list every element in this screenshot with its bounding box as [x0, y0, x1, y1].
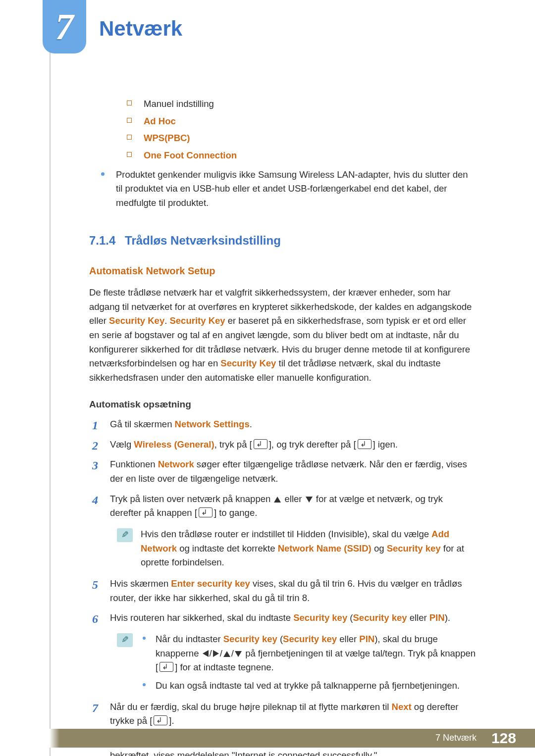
note-icon — [117, 528, 133, 542]
triangle-up-icon — [223, 651, 230, 657]
ordered-steps: Gå til skærmen Network Settings. Vælg Wi… — [89, 417, 476, 756]
list-item-label: One Foot Connection — [144, 150, 237, 160]
enter-icon — [254, 439, 268, 449]
enter-icon — [199, 507, 213, 517]
chapter-badge: 7 — [43, 0, 86, 53]
chapter-title: Netværk — [99, 17, 182, 41]
chapter-header: 7 Netværk — [0, 0, 535, 64]
list-item-label: Manuel indstilling — [144, 99, 214, 109]
enter-icon — [154, 715, 167, 725]
footer-text: 7 Netværk — [435, 733, 477, 743]
note-block: Hvis den trådløse router er indstillet t… — [110, 527, 476, 570]
note-block: Når du indtaster Security key (Security … — [110, 632, 476, 693]
page-footer: 7 Netværk 128 — [0, 729, 535, 753]
triangle-down-icon — [306, 497, 313, 503]
triangle-up-icon — [274, 497, 281, 503]
chapter-number: 7 — [55, 6, 74, 48]
enter-icon — [358, 439, 372, 449]
footer-page-number: 128 — [491, 730, 516, 747]
content-area: Manuel indstilling Ad Hoc WPS(PBC) One F… — [0, 64, 535, 756]
section-number: 7.1.4 — [89, 234, 115, 247]
list-item-label: Ad Hoc — [144, 116, 176, 126]
subheading: Automatisk Network Setup — [89, 263, 476, 279]
note-paragraph: Produktet genkender muligvis ikke Samsun… — [89, 168, 476, 210]
paragraph-text: Produktet genkender muligvis ikke Samsun… — [116, 169, 468, 208]
note-icon — [117, 633, 133, 647]
triangle-left-icon — [203, 650, 209, 657]
section-title: Trådløs Netværksindstilling — [125, 234, 281, 247]
triangle-right-icon — [213, 650, 219, 657]
triangle-down-icon — [235, 651, 242, 657]
list-item-label: WPS(PBC) — [144, 133, 190, 143]
enter-icon — [160, 662, 173, 672]
intro-paragraph: De fleste trådløse netværk har et valgfr… — [89, 286, 476, 385]
subheading-2: Automatisk opsætning — [89, 397, 476, 411]
bullet-list-options: Manuel indstilling Ad Hoc WPS(PBC) One F… — [89, 97, 476, 163]
section-heading: 7.1.4 Trådløs Netværksindstilling — [89, 231, 476, 250]
